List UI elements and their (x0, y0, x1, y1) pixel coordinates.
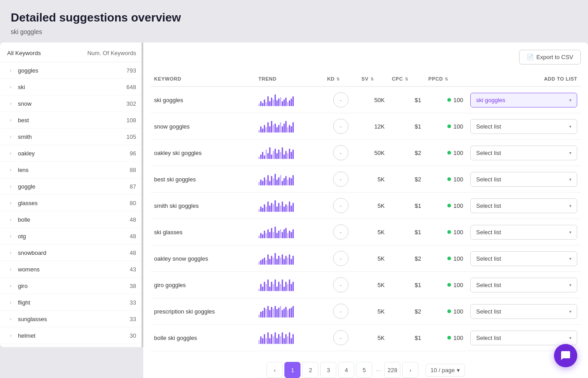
table-toolbar: 📄 Export to CSV (150, 50, 581, 64)
sparkline-bar (276, 309, 278, 318)
cpc-cell: $2 (388, 166, 425, 193)
per-page-label: 10 / page (430, 367, 455, 374)
sidebar-item[interactable]: › ski 648 (0, 79, 143, 95)
sidebar-item[interactable]: › bolle 48 (0, 211, 143, 228)
sparkline-bar (269, 338, 270, 344)
select-list-dropdown[interactable]: Select list ▾ (470, 251, 577, 266)
sidebar-item[interactable]: › smith 105 (0, 129, 143, 145)
sidebar-item-label: bolle (18, 216, 130, 223)
sidebar-item-count: 793 (126, 67, 136, 74)
sparkline-bar (276, 259, 278, 265)
sidebar-item[interactable]: › womens 43 (0, 261, 143, 278)
last-page-button[interactable]: 228 (384, 362, 400, 378)
sparkline-bar (289, 309, 290, 318)
sparkline-bar (291, 206, 292, 212)
per-page-selector[interactable]: 10 / page ▾ (425, 364, 464, 377)
select-list-dropdown[interactable]: Select list ▾ (470, 304, 577, 319)
keyword-cell: oakley ski goggles (150, 140, 255, 166)
sparkline-bar (267, 279, 269, 291)
sparkline-bar (285, 176, 287, 185)
select-list-dropdown[interactable]: Select list ▾ (470, 198, 577, 213)
select-list-dropdown[interactable]: Select list ▾ (470, 119, 577, 134)
sidebar-item[interactable]: › sunglasses 33 (0, 311, 143, 327)
sparkline-bar (287, 180, 288, 185)
sparkline-bar (285, 334, 287, 344)
sidebar-item[interactable]: › helmet 30 (0, 327, 143, 344)
chevron-right-icon: › (7, 199, 14, 206)
kd-badge: - (333, 330, 348, 345)
sidebar-item[interactable]: › snowboard 48 (0, 245, 143, 261)
sparkline-bar (273, 99, 274, 106)
sparkline-bar (266, 102, 267, 106)
next-page-button[interactable]: › (402, 362, 418, 378)
page-2-button[interactable]: 2 (302, 362, 318, 378)
sort-icon: ⇅ (370, 77, 374, 82)
sparkline-bar (291, 232, 292, 238)
trend-cell (255, 245, 323, 272)
sidebar-item[interactable]: › otg 48 (0, 228, 143, 245)
sparkline-bar (258, 314, 260, 318)
page-3-button[interactable]: 3 (320, 362, 336, 378)
chevron-right-icon: › (7, 315, 14, 322)
sidebar-item[interactable]: › giro 38 (0, 278, 143, 294)
ppcd-value: 100 (454, 176, 464, 183)
page-1-button[interactable]: 1 (284, 362, 300, 378)
pagination: ‹ 12345 ··· 228 › 10 / page ▾ (150, 362, 581, 378)
col-header-ppcd[interactable]: PPCD⇅ (425, 72, 467, 86)
ppcd-value: 100 (454, 123, 464, 130)
sidebar-item[interactable]: › oakley 96 (0, 145, 143, 162)
keyword-cell: snow goggles (150, 113, 255, 140)
sparkline-bar (273, 204, 274, 212)
col-header-kd[interactable]: KD⇅ (323, 72, 358, 86)
sidebar-item[interactable]: › deck 29 (0, 344, 143, 347)
sparkline-bar (273, 125, 274, 133)
sidebar-item[interactable]: › flight 33 (0, 294, 143, 311)
trend-cell (255, 140, 323, 166)
sidebar-item-label: sunglasses (18, 316, 130, 322)
sidebar-item[interactable]: › goggles 793 (0, 62, 143, 79)
dropdown-chevron-icon: ▾ (569, 283, 571, 288)
kd-cell: - (323, 245, 358, 272)
ppcd-dot (447, 336, 451, 339)
sidebar-item[interactable]: › best 108 (0, 112, 143, 129)
cpc-cell: $1 (388, 272, 425, 298)
sparkline-bar (275, 253, 276, 265)
sparkline-bar (276, 287, 278, 291)
sidebar-item[interactable]: › goggle 87 (0, 178, 143, 195)
col-header-keyword: KEYWORD (150, 72, 255, 86)
select-list-dropdown[interactable]: Select list ▾ (470, 225, 577, 240)
chat-button[interactable] (554, 344, 577, 367)
sparkline-bar (292, 122, 294, 133)
sidebar-resize-handle[interactable] (142, 43, 143, 347)
sidebar-item-count: 38 (130, 283, 136, 289)
sparkline-bar (266, 127, 267, 133)
ppcd-cell: 100 (425, 219, 467, 245)
sparkline-bar (291, 338, 292, 344)
page-4-button[interactable]: 4 (338, 362, 354, 378)
select-list-dropdown[interactable]: Select list ▾ (470, 278, 577, 292)
sparkline-bar (271, 228, 272, 238)
chevron-right-icon: › (7, 150, 14, 157)
sidebar-item[interactable]: › glasses 80 (0, 195, 143, 211)
sparkline-bar (280, 306, 281, 318)
select-list-dropdown[interactable]: Select list ▾ (470, 146, 577, 160)
select-list-dropdown[interactable]: Select list ▾ (470, 172, 577, 187)
export-csv-button[interactable]: 📄 Export to CSV (519, 50, 581, 64)
ppcd-value: 100 (454, 255, 464, 262)
sparkline-bar (292, 203, 294, 212)
col-header-cpc[interactable]: CPC⇅ (388, 72, 425, 86)
sparkline-bar (262, 129, 263, 133)
table-row: best ski goggles-5K$2100 Select list ▾ (150, 166, 581, 193)
select-list-dropdown[interactable]: ski goggles ▾ (470, 93, 577, 107)
prev-page-button[interactable]: ‹ (266, 362, 283, 378)
add-to-list-cell: Select list ▾ (467, 219, 581, 245)
sparkline-bar (258, 103, 260, 106)
page-5-button[interactable]: 5 (356, 362, 372, 378)
page-dots: ··· (374, 367, 382, 374)
sparkline (258, 199, 320, 212)
sidebar-item[interactable]: › snow 302 (0, 95, 143, 112)
col-header-sv[interactable]: SV⇅ (358, 72, 388, 86)
sidebar-item[interactable]: › lens 88 (0, 162, 143, 178)
table-body: ski goggles-50K$1100 ski goggles ▾ snow … (150, 86, 581, 351)
select-list-dropdown[interactable]: Select list ▾ (470, 331, 577, 345)
